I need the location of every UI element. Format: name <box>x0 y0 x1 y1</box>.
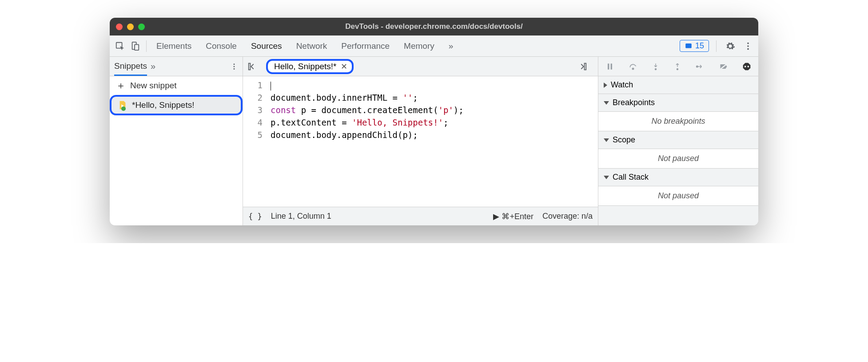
step-out-icon[interactable] <box>673 62 681 71</box>
svg-point-4 <box>747 42 749 44</box>
editor-tabbar: Hello, Snippets!* ✕ <box>243 57 598 76</box>
main-toolbar: Elements Console Sources Network Perform… <box>110 35 758 57</box>
pause-icon[interactable] <box>605 62 614 71</box>
pretty-print-button[interactable]: { } <box>248 212 262 221</box>
watch-section-header[interactable]: Watch <box>598 76 758 94</box>
navigator-tabs: Snippets » <box>110 57 243 76</box>
svg-point-7 <box>234 63 235 65</box>
pause-on-exceptions-icon[interactable] <box>742 62 751 71</box>
deactivate-breakpoints-icon[interactable] <box>719 62 729 71</box>
editor-panel: Hello, Snippets!* ✕ 12345 document.body.… <box>243 57 598 225</box>
line-gutter: 12345 <box>243 76 268 207</box>
svg-rect-19 <box>745 66 746 67</box>
svg-point-5 <box>747 45 749 47</box>
step-into-icon[interactable] <box>652 62 660 71</box>
close-tab-icon[interactable]: ✕ <box>341 62 347 71</box>
debugger-panel: Watch Breakpoints No breakpoints Scope N… <box>598 57 758 225</box>
plus-icon: ＋ <box>116 79 126 92</box>
svg-rect-20 <box>748 66 749 67</box>
new-snippet-label: New snippet <box>130 81 177 90</box>
tab-elements[interactable]: Elements <box>155 41 192 51</box>
titlebar: DevTools - developer.chrome.com/docs/dev… <box>110 18 758 35</box>
svg-rect-10 <box>249 63 251 70</box>
device-toggle-icon[interactable] <box>128 39 142 53</box>
traffic-lights <box>116 24 145 30</box>
svg-point-16 <box>677 68 678 70</box>
devtools-window: DevTools - developer.chrome.com/docs/dev… <box>110 18 758 225</box>
svg-rect-2 <box>135 44 139 50</box>
svg-rect-12 <box>608 63 609 69</box>
panel-tabs: Elements Console Sources Network Perform… <box>155 41 454 51</box>
step-over-icon[interactable] <box>628 62 638 71</box>
nav-back-icon[interactable] <box>247 62 263 71</box>
main-area: Snippets » ＋ New snippet *Hello, Snippet… <box>110 57 758 225</box>
maximize-icon[interactable] <box>138 24 145 30</box>
snippet-item-label: *Hello, Snippets! <box>132 100 194 110</box>
inspect-icon[interactable] <box>113 39 127 53</box>
svg-rect-3 <box>685 43 692 48</box>
tab-sources[interactable]: Sources <box>250 41 283 51</box>
coverage-status: Coverage: n/a <box>542 212 593 221</box>
svg-point-9 <box>234 68 235 69</box>
step-icon[interactable] <box>695 62 705 71</box>
svg-point-17 <box>697 66 698 67</box>
scope-section-body: Not paused <box>598 149 758 169</box>
nav-forward-icon[interactable] <box>577 62 593 71</box>
callstack-section-header[interactable]: Call Stack <box>598 169 758 186</box>
scope-section-header[interactable]: Scope <box>598 131 758 149</box>
callstack-section-body: Not paused <box>598 186 758 206</box>
editor-tab-label: Hello, Snippets!* <box>274 62 336 71</box>
editor-statusbar: { } Line 1, Column 1 ▶ ⌘+Enter Coverage:… <box>243 207 598 225</box>
chevron-down-icon <box>604 138 609 142</box>
tab-snippets[interactable]: Snippets <box>114 61 147 76</box>
more-nav-tabs-icon[interactable]: » <box>151 61 155 71</box>
gear-icon[interactable] <box>724 39 737 53</box>
code-body[interactable]: document.body.innerHTML = '';const p = d… <box>268 76 464 207</box>
kebab-menu-icon[interactable] <box>230 63 238 71</box>
tab-memory[interactable]: Memory <box>403 41 435 51</box>
issues-count: 15 <box>695 41 704 51</box>
svg-point-6 <box>747 48 749 50</box>
svg-point-8 <box>234 66 235 67</box>
tab-network[interactable]: Network <box>295 41 328 51</box>
editor-tab[interactable]: Hello, Snippets!* ✕ <box>266 59 354 74</box>
modified-indicator-icon <box>121 106 126 111</box>
chevron-down-icon <box>604 101 609 105</box>
debugger-toolbar <box>598 57 758 76</box>
breakpoints-section-header[interactable]: Breakpoints <box>598 94 758 112</box>
kebab-menu-icon[interactable] <box>741 39 755 53</box>
issues-badge[interactable]: 15 <box>680 40 709 52</box>
chevron-down-icon <box>604 176 609 179</box>
tab-performance[interactable]: Performance <box>340 41 390 51</box>
svg-rect-13 <box>610 63 612 69</box>
close-icon[interactable] <box>116 24 123 30</box>
cursor-position: Line 1, Column 1 <box>271 212 331 221</box>
snippet-item[interactable]: *Hello, Snippets! <box>110 95 243 115</box>
svg-point-14 <box>632 68 633 69</box>
navigator-panel: Snippets » ＋ New snippet *Hello, Snippet… <box>110 57 243 225</box>
svg-point-15 <box>655 68 656 70</box>
more-tabs-icon[interactable]: » <box>448 41 454 51</box>
svg-rect-11 <box>585 63 586 70</box>
window-title: DevTools - developer.chrome.com/docs/dev… <box>116 22 752 31</box>
separator <box>716 40 717 52</box>
chevron-right-icon <box>604 83 607 88</box>
new-snippet-button[interactable]: ＋ New snippet <box>110 76 243 95</box>
breakpoints-section-body: No breakpoints <box>598 112 758 131</box>
separator <box>146 40 147 52</box>
minimize-icon[interactable] <box>127 24 134 30</box>
tab-console[interactable]: Console <box>205 41 238 51</box>
code-editor[interactable]: 12345 document.body.innerHTML = '';const… <box>243 76 598 207</box>
run-snippet-button[interactable]: ▶ ⌘+Enter <box>493 212 534 221</box>
